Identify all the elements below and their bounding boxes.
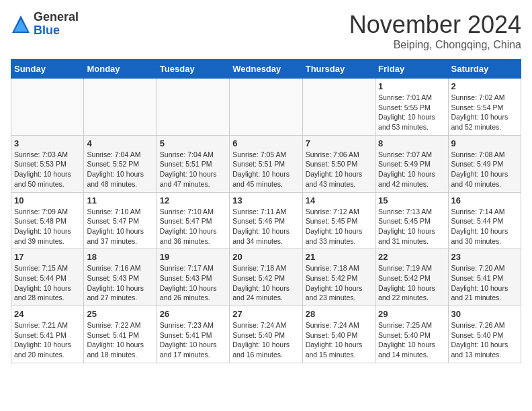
day-info: Sunset: 5:46 PM [232,216,299,226]
day-info: Sunrise: 7:26 AM [451,320,518,330]
day-info: Sunset: 5:43 PM [87,273,153,283]
day-info: Daylight: 10 hours and 30 minutes. [451,226,518,246]
day-number: 16 [451,195,518,205]
day-number: 9 [451,138,518,148]
day-info: Sunrise: 7:08 AM [451,150,518,160]
day-number: 19 [160,252,226,262]
calendar-week-row: 1Sunrise: 7:01 AMSunset: 5:55 PMDaylight… [11,79,521,136]
calendar-cell: 21Sunrise: 7:18 AMSunset: 5:42 PMDayligh… [302,249,375,306]
calendar-cell: 4Sunrise: 7:04 AMSunset: 5:52 PMDaylight… [84,135,157,192]
calendar-cell: 17Sunrise: 7:15 AMSunset: 5:44 PMDayligh… [11,249,84,306]
day-number: 28 [306,309,372,319]
calendar-cell [11,79,84,136]
day-number: 13 [232,195,299,205]
day-info: Daylight: 10 hours and 52 minutes. [451,112,518,132]
day-number: 25 [87,309,153,319]
day-info: Sunset: 5:41 PM [451,273,518,283]
day-info: Sunset: 5:51 PM [160,159,226,169]
calendar-cell: 10Sunrise: 7:09 AMSunset: 5:48 PMDayligh… [11,192,84,249]
day-info: Sunrise: 7:11 AM [232,207,299,217]
day-info: Sunrise: 7:19 AM [378,263,445,273]
calendar-cell: 3Sunrise: 7:03 AMSunset: 5:53 PMDaylight… [11,135,84,192]
calendar-cell: 1Sunrise: 7:01 AMSunset: 5:55 PMDaylight… [375,79,448,136]
day-number: 14 [306,195,372,205]
day-number: 23 [451,252,518,262]
title-block: November 2024 Beiping, Chongqing, China [349,11,521,51]
day-info: Daylight: 10 hours and 36 minutes. [160,226,226,246]
day-info: Daylight: 10 hours and 21 minutes. [451,283,518,303]
calendar-cell: 27Sunrise: 7:24 AMSunset: 5:40 PMDayligh… [230,306,302,363]
day-number: 24 [14,309,81,319]
day-number: 30 [451,309,518,319]
day-info: Sunrise: 7:15 AM [14,263,81,273]
day-number: 8 [378,138,445,148]
day-info: Sunrise: 7:10 AM [87,207,153,217]
day-info: Sunset: 5:40 PM [306,330,372,340]
day-info: Sunset: 5:42 PM [232,273,299,283]
day-info: Sunrise: 7:04 AM [160,150,226,160]
day-number: 4 [87,138,153,148]
calendar-cell [302,79,375,136]
calendar-cell: 9Sunrise: 7:08 AMSunset: 5:49 PMDaylight… [448,135,521,192]
page-header: General Blue November 2024 Beiping, Chon… [11,11,521,51]
calendar-cell: 18Sunrise: 7:16 AMSunset: 5:43 PMDayligh… [84,249,157,306]
day-info: Sunset: 5:41 PM [160,330,226,340]
day-info: Daylight: 10 hours and 26 minutes. [160,283,226,303]
day-info: Sunset: 5:44 PM [14,273,81,283]
calendar-cell: 12Sunrise: 7:10 AMSunset: 5:47 PMDayligh… [157,192,229,249]
weekday-header: Monday [84,60,157,79]
logo-icon [11,14,31,34]
day-info: Daylight: 10 hours and 16 minutes. [232,340,299,359]
day-info: Sunrise: 7:02 AM [451,93,518,103]
day-info: Sunset: 5:52 PM [87,159,153,169]
day-info: Sunset: 5:42 PM [306,273,372,283]
day-info: Daylight: 10 hours and 45 minutes. [232,169,299,189]
day-info: Sunset: 5:47 PM [160,216,226,226]
day-number: 21 [306,252,372,262]
month-title: November 2024 [349,11,521,39]
day-info: Sunrise: 7:20 AM [451,263,518,273]
day-info: Sunset: 5:45 PM [306,216,372,226]
day-info: Sunset: 5:45 PM [378,216,445,226]
day-info: Daylight: 10 hours and 39 minutes. [14,226,81,246]
day-number: 18 [87,252,153,262]
day-info: Daylight: 10 hours and 17 minutes. [160,340,226,359]
day-info: Sunset: 5:44 PM [451,216,518,226]
day-info: Sunset: 5:47 PM [87,216,153,226]
day-info: Daylight: 10 hours and 31 minutes. [378,226,445,246]
calendar-cell: 25Sunrise: 7:22 AMSunset: 5:41 PMDayligh… [84,306,157,363]
weekday-header: Thursday [302,60,375,79]
calendar-cell: 15Sunrise: 7:13 AMSunset: 5:45 PMDayligh… [375,192,448,249]
calendar-week-row: 24Sunrise: 7:21 AMSunset: 5:41 PMDayligh… [11,306,521,363]
calendar-cell: 14Sunrise: 7:12 AMSunset: 5:45 PMDayligh… [302,192,375,249]
logo-blue-text: Blue [34,24,79,38]
calendar-week-row: 10Sunrise: 7:09 AMSunset: 5:48 PMDayligh… [11,192,521,249]
calendar-cell: 8Sunrise: 7:07 AMSunset: 5:49 PMDaylight… [375,135,448,192]
calendar-cell [84,79,157,136]
day-info: Sunrise: 7:04 AM [87,150,153,160]
calendar-cell: 2Sunrise: 7:02 AMSunset: 5:54 PMDaylight… [448,79,521,136]
day-info: Sunrise: 7:22 AM [87,320,153,330]
day-number: 29 [378,309,445,319]
weekday-header: Sunday [11,60,84,79]
weekday-header: Saturday [448,60,521,79]
day-info: Daylight: 10 hours and 48 minutes. [87,169,153,189]
calendar-header-row: SundayMondayTuesdayWednesdayThursdayFrid… [11,60,521,79]
calendar-cell: 26Sunrise: 7:23 AMSunset: 5:41 PMDayligh… [157,306,229,363]
calendar-cell: 16Sunrise: 7:14 AMSunset: 5:44 PMDayligh… [448,192,521,249]
logo: General Blue [11,11,79,38]
day-number: 26 [160,309,226,319]
day-info: Daylight: 10 hours and 27 minutes. [87,283,153,303]
day-info: Sunset: 5:41 PM [14,330,81,340]
day-number: 5 [160,138,226,148]
calendar-cell: 23Sunrise: 7:20 AMSunset: 5:41 PMDayligh… [448,249,521,306]
calendar-cell: 22Sunrise: 7:19 AMSunset: 5:42 PMDayligh… [375,249,448,306]
day-info: Sunrise: 7:24 AM [232,320,299,330]
day-info: Sunrise: 7:25 AM [378,320,445,330]
day-info: Sunrise: 7:12 AM [306,207,372,217]
day-number: 15 [378,195,445,205]
day-info: Sunrise: 7:21 AM [14,320,81,330]
day-number: 6 [232,138,299,148]
day-info: Sunrise: 7:14 AM [451,207,518,217]
day-info: Sunrise: 7:18 AM [306,263,372,273]
